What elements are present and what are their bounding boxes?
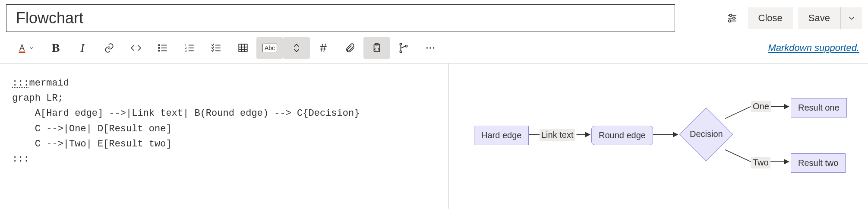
svg-rect-21 — [239, 44, 247, 51]
svg-point-3 — [732, 17, 735, 19]
bold-button[interactable]: B — [42, 37, 69, 59]
svg-point-5 — [728, 20, 730, 22]
code-button[interactable] — [123, 37, 149, 59]
flowchart-node-b: Round edge — [591, 126, 653, 145]
svg-line-37 — [725, 107, 751, 119]
sliders-icon — [726, 13, 738, 24]
editor-pane[interactable]: :::mermaid graph LR; A[Hard edge] -->|Li… — [0, 63, 449, 209]
font-style-button[interactable] — [9, 37, 42, 59]
link-button[interactable] — [96, 37, 123, 59]
edge-label-ab: Link text — [540, 129, 575, 141]
code-lang: mermaid — [29, 78, 69, 89]
svg-text:3: 3 — [185, 49, 186, 53]
numbered-list-icon: 1 2 3 — [184, 42, 195, 54]
flowchart-node-c: Decision — [690, 129, 723, 139]
markdown-supported-link[interactable]: Markdown supported. — [768, 42, 859, 54]
code-fence-open: ::: — [12, 78, 29, 89]
expand-collapse-button[interactable] — [283, 37, 310, 59]
svg-point-29 — [400, 51, 401, 53]
branch-icon — [398, 42, 409, 54]
svg-point-10 — [158, 48, 160, 49]
ellipsis-icon — [425, 42, 436, 54]
code-line: C -->|Two| E[Result two] — [12, 139, 172, 149]
svg-point-33 — [433, 47, 434, 48]
attachment-button[interactable] — [337, 37, 363, 59]
flowchart-node-a: Hard edge — [474, 126, 529, 145]
svg-point-28 — [400, 43, 401, 45]
title-input[interactable] — [6, 4, 675, 32]
bullet-list-button[interactable] — [149, 37, 176, 59]
svg-point-30 — [405, 45, 407, 47]
svg-point-9 — [158, 44, 160, 46]
save-dropdown-button[interactable] — [840, 7, 862, 29]
bold-icon: B — [52, 41, 60, 55]
flowchart-node-d: Result one — [791, 98, 847, 117]
content-area: :::mermaid graph LR; A[Hard edge] -->|Li… — [0, 63, 868, 209]
svg-point-32 — [429, 47, 431, 48]
more-button[interactable] — [417, 37, 444, 59]
edge-label-ce: Two — [751, 157, 770, 168]
abc-button[interactable]: Abc — [256, 37, 283, 59]
flowchart-node-e: Result two — [791, 153, 846, 173]
numbered-list-button[interactable]: 1 2 3 — [176, 37, 203, 59]
svg-line-39 — [725, 149, 751, 162]
code-line: A[Hard edge] -->|Link text| B(Round edge… — [12, 108, 360, 119]
italic-button[interactable]: I — [69, 37, 96, 59]
heading-button[interactable]: # — [310, 37, 337, 59]
branch-button[interactable] — [390, 37, 417, 59]
svg-point-1 — [729, 14, 732, 16]
link-icon — [104, 42, 115, 54]
clipboard-code-icon — [371, 42, 382, 54]
code-line: C -->|One| D[Result one] — [12, 124, 172, 134]
svg-point-11 — [158, 50, 160, 51]
clipboard-code-button[interactable] — [363, 37, 390, 59]
save-split-button: Save — [798, 7, 862, 29]
chevron-down-icon — [28, 45, 35, 51]
code-line: graph LR; — [12, 93, 63, 104]
code-fence-close: ::: — [12, 154, 29, 165]
hash-icon: # — [320, 41, 327, 55]
save-button[interactable]: Save — [798, 7, 840, 29]
italic-icon: I — [80, 41, 84, 55]
checklist-button[interactable] — [203, 37, 230, 59]
table-button[interactable] — [230, 37, 256, 59]
edge-label-cd: One — [751, 101, 771, 112]
chevron-down-icon — [847, 13, 856, 23]
abc-icon: Abc — [262, 44, 277, 52]
checklist-icon — [211, 42, 222, 54]
paperclip-icon — [344, 42, 356, 54]
table-icon — [237, 42, 249, 54]
settings-sliders-button[interactable] — [721, 7, 743, 29]
header: Close Save — [0, 0, 868, 35]
bullet-list-icon — [157, 42, 168, 54]
updown-chevron-icon — [291, 42, 302, 54]
preview-pane: Hard edge Link text Round edge Decision … — [449, 63, 868, 209]
svg-point-31 — [426, 47, 428, 48]
font-color-icon — [16, 42, 28, 54]
toolbar: B I 1 2 3 — [0, 35, 868, 63]
code-icon — [130, 42, 142, 54]
close-button[interactable]: Close — [748, 7, 793, 29]
